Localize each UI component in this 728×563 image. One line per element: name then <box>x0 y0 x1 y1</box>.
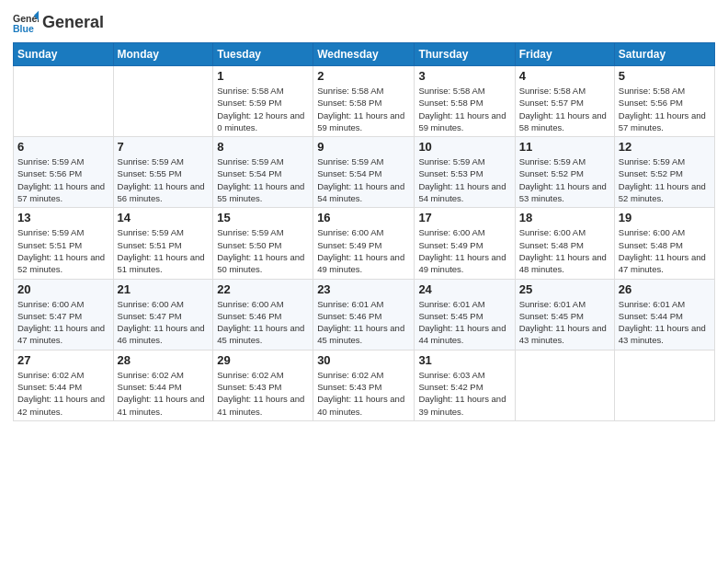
page: General Blue General SundayMondayTuesday… <box>0 0 728 563</box>
col-header-tuesday: Tuesday <box>213 43 313 66</box>
day-number: 7 <box>118 140 210 154</box>
cell-detail: Sunrise: 5:58 AMSunset: 5:58 PMDaylight:… <box>418 86 506 132</box>
calendar-cell: 25 Sunrise: 6:01 AMSunset: 5:45 PMDaylig… <box>515 279 614 350</box>
calendar-cell: 14 Sunrise: 5:59 AMSunset: 5:51 PMDaylig… <box>113 208 213 279</box>
calendar-cell: 11 Sunrise: 5:59 AMSunset: 5:52 PMDaylig… <box>515 137 614 208</box>
cell-detail: Sunrise: 5:59 AMSunset: 5:56 PMDaylight:… <box>17 156 105 203</box>
cell-detail: Sunrise: 5:59 AMSunset: 5:53 PMDaylight:… <box>418 156 506 203</box>
calendar-cell: 12 Sunrise: 5:59 AMSunset: 5:52 PMDaylig… <box>614 137 714 208</box>
calendar-cell: 22 Sunrise: 6:00 AMSunset: 5:46 PMDaylig… <box>213 279 313 350</box>
day-number: 19 <box>619 211 711 224</box>
col-header-monday: Monday <box>113 43 213 66</box>
cell-detail: Sunrise: 6:01 AMSunset: 5:46 PMDaylight:… <box>317 299 404 346</box>
calendar-cell: 4 Sunrise: 5:58 AMSunset: 5:57 PMDayligh… <box>515 66 614 137</box>
cell-detail: Sunrise: 6:00 AMSunset: 5:48 PMDaylight:… <box>519 227 607 274</box>
calendar-week-row: 1 Sunrise: 5:58 AMSunset: 5:59 PMDayligh… <box>14 66 715 137</box>
day-number: 4 <box>519 69 610 83</box>
day-number: 17 <box>418 211 510 224</box>
calendar-table: SundayMondayTuesdayWednesdayThursdayFrid… <box>13 42 715 421</box>
calendar-cell: 9 Sunrise: 5:59 AMSunset: 5:54 PMDayligh… <box>313 137 415 208</box>
day-number: 22 <box>217 282 309 296</box>
cell-detail: Sunrise: 6:01 AMSunset: 5:45 PMDaylight:… <box>519 299 607 346</box>
day-number: 21 <box>118 282 210 296</box>
day-number: 5 <box>619 69 711 83</box>
cell-detail: Sunrise: 5:59 AMSunset: 5:52 PMDaylight:… <box>519 156 607 203</box>
calendar-cell: 24 Sunrise: 6:01 AMSunset: 5:45 PMDaylig… <box>415 279 515 350</box>
day-number: 3 <box>418 69 510 83</box>
cell-detail: Sunrise: 6:00 AMSunset: 5:47 PMDaylight:… <box>118 299 205 346</box>
day-number: 26 <box>619 282 711 296</box>
cell-detail: Sunrise: 5:59 AMSunset: 5:50 PMDaylight:… <box>217 227 304 274</box>
cell-detail: Sunrise: 6:01 AMSunset: 5:45 PMDaylight:… <box>418 299 506 346</box>
col-header-sunday: Sunday <box>14 43 114 66</box>
day-number: 6 <box>17 140 109 154</box>
calendar-header-row: SundayMondayTuesdayWednesdayThursdayFrid… <box>14 43 715 66</box>
calendar-week-row: 13 Sunrise: 5:59 AMSunset: 5:51 PMDaylig… <box>14 208 715 279</box>
day-number: 1 <box>217 69 309 83</box>
calendar-cell: 10 Sunrise: 5:59 AMSunset: 5:53 PMDaylig… <box>415 137 515 208</box>
calendar-cell <box>113 66 213 137</box>
logo: General Blue General <box>13 9 104 35</box>
calendar-cell: 23 Sunrise: 6:01 AMSunset: 5:46 PMDaylig… <box>313 279 415 350</box>
calendar-cell: 15 Sunrise: 5:59 AMSunset: 5:50 PMDaylig… <box>213 208 313 279</box>
day-number: 11 <box>519 140 610 154</box>
day-number: 30 <box>317 353 410 367</box>
calendar-cell: 18 Sunrise: 6:00 AMSunset: 5:48 PMDaylig… <box>515 208 614 279</box>
calendar-cell: 13 Sunrise: 5:59 AMSunset: 5:51 PMDaylig… <box>14 208 114 279</box>
calendar-cell: 5 Sunrise: 5:58 AMSunset: 5:56 PMDayligh… <box>614 66 714 137</box>
day-number: 18 <box>519 211 610 224</box>
cell-detail: Sunrise: 5:59 AMSunset: 5:51 PMDaylight:… <box>118 227 205 274</box>
calendar-cell: 31 Sunrise: 6:03 AMSunset: 5:42 PMDaylig… <box>415 350 515 420</box>
calendar-cell <box>515 350 614 420</box>
calendar-cell: 20 Sunrise: 6:00 AMSunset: 5:47 PMDaylig… <box>14 279 114 350</box>
day-number: 20 <box>17 282 109 296</box>
day-number: 16 <box>317 211 410 224</box>
day-number: 24 <box>418 282 510 296</box>
day-number: 27 <box>17 353 109 367</box>
calendar-cell: 21 Sunrise: 6:00 AMSunset: 5:47 PMDaylig… <box>113 279 213 350</box>
cell-detail: Sunrise: 6:02 AMSunset: 5:44 PMDaylight:… <box>17 370 105 417</box>
day-number: 25 <box>519 282 610 296</box>
calendar-cell: 6 Sunrise: 5:59 AMSunset: 5:56 PMDayligh… <box>14 137 114 208</box>
cell-detail: Sunrise: 5:59 AMSunset: 5:52 PMDaylight:… <box>619 156 706 203</box>
calendar-cell: 28 Sunrise: 6:02 AMSunset: 5:44 PMDaylig… <box>113 350 213 420</box>
cell-detail: Sunrise: 5:58 AMSunset: 5:56 PMDaylight:… <box>619 86 706 132</box>
calendar-cell: 26 Sunrise: 6:01 AMSunset: 5:44 PMDaylig… <box>614 279 714 350</box>
cell-detail: Sunrise: 6:03 AMSunset: 5:42 PMDaylight:… <box>418 370 506 417</box>
day-number: 31 <box>418 353 510 367</box>
day-number: 23 <box>317 282 410 296</box>
col-header-wednesday: Wednesday <box>313 43 415 66</box>
logo-icon: General Blue <box>13 9 39 35</box>
day-number: 15 <box>217 211 309 224</box>
calendar-cell: 29 Sunrise: 6:02 AMSunset: 5:43 PMDaylig… <box>213 350 313 420</box>
calendar-cell: 17 Sunrise: 6:00 AMSunset: 5:49 PMDaylig… <box>415 208 515 279</box>
calendar-week-row: 6 Sunrise: 5:59 AMSunset: 5:56 PMDayligh… <box>14 137 715 208</box>
day-number: 2 <box>317 69 410 83</box>
calendar-cell: 7 Sunrise: 5:59 AMSunset: 5:55 PMDayligh… <box>113 137 213 208</box>
day-number: 28 <box>118 353 210 367</box>
cell-detail: Sunrise: 6:02 AMSunset: 5:43 PMDaylight:… <box>217 370 304 417</box>
cell-detail: Sunrise: 6:00 AMSunset: 5:47 PMDaylight:… <box>17 299 105 346</box>
svg-text:Blue: Blue <box>13 23 34 34</box>
day-number: 13 <box>17 211 109 224</box>
cell-detail: Sunrise: 6:00 AMSunset: 5:49 PMDaylight:… <box>317 227 404 274</box>
header: General Blue General <box>13 9 715 35</box>
day-number: 29 <box>217 353 309 367</box>
cell-detail: Sunrise: 6:00 AMSunset: 5:49 PMDaylight:… <box>418 227 506 274</box>
calendar-cell <box>14 66 114 137</box>
calendar-cell <box>614 350 714 420</box>
cell-detail: Sunrise: 5:59 AMSunset: 5:51 PMDaylight:… <box>17 227 105 274</box>
calendar-cell: 3 Sunrise: 5:58 AMSunset: 5:58 PMDayligh… <box>415 66 515 137</box>
col-header-saturday: Saturday <box>614 43 714 66</box>
cell-detail: Sunrise: 5:58 AMSunset: 5:59 PMDaylight:… <box>217 86 304 132</box>
logo-wordmark: General <box>42 14 104 30</box>
day-number: 12 <box>619 140 711 154</box>
cell-detail: Sunrise: 6:00 AMSunset: 5:48 PMDaylight:… <box>619 227 706 274</box>
cell-detail: Sunrise: 5:58 AMSunset: 5:58 PMDaylight:… <box>317 86 404 132</box>
cell-detail: Sunrise: 6:02 AMSunset: 5:44 PMDaylight:… <box>118 370 205 417</box>
calendar-cell: 8 Sunrise: 5:59 AMSunset: 5:54 PMDayligh… <box>213 137 313 208</box>
calendar-cell: 16 Sunrise: 6:00 AMSunset: 5:49 PMDaylig… <box>313 208 415 279</box>
calendar-cell: 27 Sunrise: 6:02 AMSunset: 5:44 PMDaylig… <box>14 350 114 420</box>
cell-detail: Sunrise: 5:59 AMSunset: 5:55 PMDaylight:… <box>118 156 205 203</box>
col-header-friday: Friday <box>515 43 614 66</box>
